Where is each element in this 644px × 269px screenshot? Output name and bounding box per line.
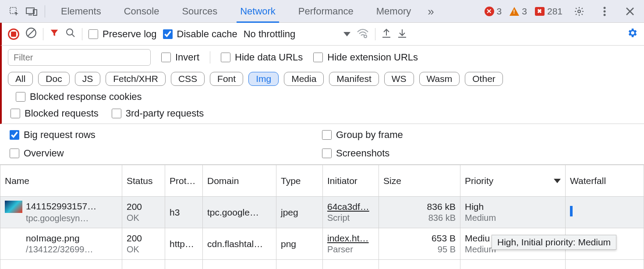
col-waterfall[interactable]: Waterfall [566, 165, 644, 197]
hide-extension-urls-checkbox[interactable]: Hide extension URLs [313, 52, 418, 63]
svg-point-12 [67, 29, 73, 35]
chip-ws[interactable]: WS [384, 72, 414, 86]
svg-point-6 [604, 10, 606, 12]
col-protocol[interactable]: Prot… [165, 165, 203, 197]
col-priority[interactable]: Priority [460, 165, 566, 197]
initiator-link[interactable]: index.ht… [327, 233, 369, 243]
chip-doc[interactable]: Doc [38, 72, 69, 86]
chip-wasm[interactable]: Wasm [419, 72, 460, 86]
chip-js[interactable]: JS [75, 72, 101, 86]
chip-other[interactable]: Other [465, 72, 503, 86]
chip-media[interactable]: Media [284, 72, 324, 86]
col-type[interactable]: Type [276, 165, 323, 197]
clear-icon[interactable] [25, 27, 37, 41]
request-table: Name Status Prot… Domain Type Initiator … [0, 165, 644, 269]
chevron-down-icon [343, 32, 350, 36]
filter-input[interactable] [8, 49, 151, 66]
network-toolbar: Preserve log Disable cache No throttling [0, 23, 644, 46]
col-status[interactable]: Status [122, 165, 165, 197]
table-row[interactable]: 141152993157…tpc.googlesyn… 200OK h3 tpc… [0, 197, 644, 228]
sort-desc-icon [554, 179, 561, 183]
screenshots-checkbox[interactable]: Screenshots [322, 148, 634, 159]
chip-all[interactable]: All [8, 72, 33, 86]
svg-point-5 [604, 7, 606, 9]
separator [210, 51, 210, 64]
tab-performance[interactable]: Performance [287, 0, 365, 23]
separator [375, 28, 375, 40]
network-conditions-icon[interactable] [357, 28, 369, 41]
separator [82, 28, 82, 40]
upload-har-icon[interactable] [382, 28, 391, 41]
download-har-icon[interactable] [397, 28, 407, 41]
network-view-settings: Big request rows Group by frame Overview… [0, 124, 644, 165]
big-rows-checkbox[interactable]: Big request rows [10, 129, 322, 141]
initiator-link[interactable]: 64ca3df… [327, 202, 369, 212]
error-count-badge[interactable]: ✕3 [485, 6, 502, 17]
close-icon[interactable] [621, 3, 639, 20]
kebab-menu-icon[interactable] [596, 3, 613, 20]
blocked-cookies-checkbox[interactable]: Blocked response cookies [16, 91, 142, 103]
separator [43, 28, 43, 40]
group-by-frame-checkbox[interactable]: Group by frame [322, 129, 634, 141]
svg-point-4 [578, 10, 580, 13]
overview-checkbox[interactable]: Overview [10, 148, 322, 159]
table-header-row: Name Status Prot… Domain Type Initiator … [0, 165, 644, 197]
col-domain[interactable]: Domain [203, 165, 276, 197]
svg-point-7 [604, 14, 606, 16]
hide-data-urls-checkbox[interactable]: Hide data URLs [221, 52, 303, 63]
tab-memory[interactable]: Memory [365, 0, 422, 23]
col-size[interactable]: Size [379, 165, 460, 197]
invert-checkbox[interactable]: Invert [161, 52, 199, 63]
chip-fetch-xhr[interactable]: Fetch/XHR [106, 72, 166, 86]
more-tabs-icon[interactable]: » [422, 0, 439, 23]
request-table-wrap: Name Status Prot… Domain Type Initiator … [0, 165, 644, 269]
svg-line-13 [72, 34, 74, 37]
gear-icon[interactable] [570, 3, 588, 20]
network-settings-icon[interactable] [626, 27, 638, 41]
priority-tooltip: High, Initial priority: Medium [492, 235, 616, 250]
issues-count-badge[interactable]: ✖281 [535, 6, 563, 17]
preserve-log-checkbox[interactable]: Preserve log [88, 28, 157, 40]
chip-font[interactable]: Font [210, 72, 243, 86]
filter-bar: Invert Hide data URLs Hide extension URL… [0, 46, 644, 69]
col-initiator[interactable]: Initiator [323, 165, 379, 197]
col-name[interactable]: Name [0, 165, 122, 197]
third-party-checkbox[interactable]: 3rd-party requests [112, 108, 204, 119]
filter-icon[interactable] [50, 28, 59, 40]
table-row[interactable]: 827299944997… 200 64ca3df… 12.0 kB Mediu… [0, 260, 644, 269]
disable-cache-checkbox[interactable]: Disable cache [163, 28, 237, 40]
blocked-requests-checkbox[interactable]: Blocked requests [11, 108, 99, 119]
inspect-icon[interactable] [5, 3, 23, 20]
devtools-tab-strip: Elements Console Sources Network Perform… [0, 0, 644, 23]
tab-console[interactable]: Console [113, 0, 171, 23]
thumbnail-icon [5, 201, 22, 213]
separator [45, 5, 45, 18]
tab-network[interactable]: Network [229, 0, 287, 23]
throttling-select[interactable]: No throttling [244, 28, 351, 40]
type-filter-chips: All Doc JS Fetch/XHR CSS Font Img Media … [0, 69, 644, 105]
device-toggle-icon[interactable] [23, 3, 40, 20]
extra-filters: Blocked requests 3rd-party requests [0, 105, 644, 124]
search-icon[interactable] [65, 28, 76, 41]
chip-manifest[interactable]: Manifest [329, 72, 379, 86]
tab-elements[interactable]: Elements [50, 0, 113, 23]
waterfall-bar [570, 206, 573, 216]
warning-count-badge[interactable]: 3 [510, 6, 527, 17]
record-button[interactable] [8, 28, 19, 40]
chip-css[interactable]: CSS [171, 72, 205, 86]
chip-img[interactable]: Img [248, 72, 279, 86]
svg-line-11 [28, 29, 34, 36]
tab-sources[interactable]: Sources [170, 0, 229, 23]
